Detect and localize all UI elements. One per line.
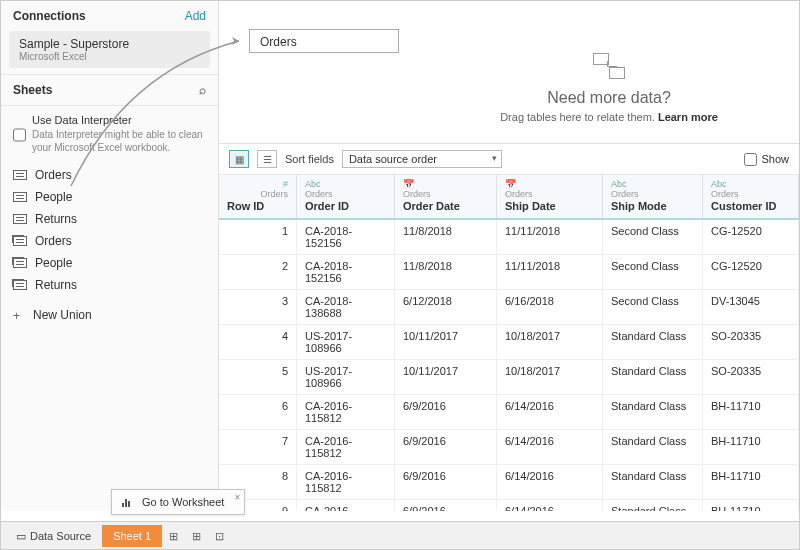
sheet-item-label: Returns bbox=[35, 212, 77, 226]
hint-subtitle: Drag tables here to relate them. Learn m… bbox=[439, 111, 779, 123]
plus-icon bbox=[13, 309, 25, 321]
table-cell: BH-11710 bbox=[703, 395, 799, 429]
close-icon[interactable]: × bbox=[235, 492, 241, 503]
table-cell: 1 bbox=[219, 220, 297, 254]
table-cell: Standard Class bbox=[603, 325, 703, 359]
table-cell: Standard Class bbox=[603, 465, 703, 499]
sort-fields-select[interactable]: Data source order bbox=[342, 150, 502, 168]
table-cell: Second Class bbox=[603, 220, 703, 254]
connection-name: Sample - Superstore bbox=[19, 37, 200, 51]
new-dashboard-button[interactable]: ⊞ bbox=[185, 525, 208, 547]
show-checkbox[interactable] bbox=[744, 153, 757, 166]
new-union-button[interactable]: New Union bbox=[1, 304, 218, 326]
data-interpreter-checkbox[interactable] bbox=[13, 116, 26, 154]
table-row[interactable]: 2CA-2018-15215611/8/201811/11/2018Second… bbox=[219, 255, 799, 290]
canvas-hint: Need more data? Drag tables here to rela… bbox=[439, 51, 779, 123]
table-cell: 5 bbox=[219, 360, 297, 394]
table-cell: 6/14/2016 bbox=[497, 465, 603, 499]
table-icon bbox=[13, 214, 27, 224]
table-row[interactable]: 9CA-2016-1158126/9/20166/14/2016Standard… bbox=[219, 500, 799, 511]
table-cell: CA-2018-138688 bbox=[297, 290, 395, 324]
content-area: Orders Need more data? Drag tables here … bbox=[219, 1, 799, 511]
tooltip-text: Go to Worksheet bbox=[142, 496, 224, 508]
table-cell: 6 bbox=[219, 395, 297, 429]
connection-subtitle: Microsoft Excel bbox=[19, 51, 200, 62]
hint-title: Need more data? bbox=[439, 89, 779, 107]
sheet-item-orders-0[interactable]: Orders bbox=[1, 164, 218, 186]
sheet-item-returns-5[interactable]: Returns bbox=[1, 274, 218, 296]
show-aliases-option[interactable]: Show bbox=[744, 153, 789, 166]
data-interpreter-label: Use Data Interpreter bbox=[32, 114, 206, 126]
table-cell: 7 bbox=[219, 430, 297, 464]
table-cell: CG-12520 bbox=[703, 220, 799, 254]
table-cell: 11/8/2018 bbox=[395, 220, 497, 254]
table-cell: 4 bbox=[219, 325, 297, 359]
sheet-item-label: Orders bbox=[35, 234, 72, 248]
sheet-item-orders-3[interactable]: Orders bbox=[1, 230, 218, 252]
table-cell: CA-2018-152156 bbox=[297, 220, 395, 254]
tab-data-source[interactable]: ▭ Data Source bbox=[5, 525, 102, 547]
new-worksheet-button[interactable]: ⊞ bbox=[162, 525, 185, 547]
column-header-order-date[interactable]: 📅OrdersOrder Date bbox=[395, 175, 497, 218]
sheet-item-people-4[interactable]: People bbox=[1, 252, 218, 274]
table-cell: 6/14/2016 bbox=[497, 430, 603, 464]
sheet-item-label: Returns bbox=[35, 278, 77, 292]
table-cell: BH-11710 bbox=[703, 500, 799, 511]
table-cell: DV-13045 bbox=[703, 290, 799, 324]
table-cell: CA-2016-115812 bbox=[297, 430, 395, 464]
table-row[interactable]: 5US-2017-10896610/11/201710/18/2017Stand… bbox=[219, 360, 799, 395]
table-cell: Second Class bbox=[603, 290, 703, 324]
data-source-icon: ▭ bbox=[16, 525, 26, 547]
tab-sheet1[interactable]: Sheet 1 bbox=[102, 525, 162, 547]
column-header-ship-mode[interactable]: AbcOrdersShip Mode bbox=[603, 175, 703, 218]
table-row[interactable]: 7CA-2016-1158126/9/20166/14/2016Standard… bbox=[219, 430, 799, 465]
table-cell: 6/9/2016 bbox=[395, 430, 497, 464]
sidebar: Connections Add Sample - Superstore Micr… bbox=[1, 1, 219, 511]
table-cell: 6/14/2016 bbox=[497, 395, 603, 429]
sheet-item-returns-2[interactable]: Returns bbox=[1, 208, 218, 230]
table-row[interactable]: 8CA-2016-1158126/9/20166/14/2016Standard… bbox=[219, 465, 799, 500]
table-row[interactable]: 6CA-2016-1158126/9/20166/14/2016Standard… bbox=[219, 395, 799, 430]
column-header-ship-date[interactable]: 📅OrdersShip Date bbox=[497, 175, 603, 218]
relate-diagram-icon bbox=[589, 51, 629, 81]
learn-more-link[interactable]: Learn more bbox=[658, 111, 718, 123]
relationship-canvas[interactable]: Orders Need more data? Drag tables here … bbox=[219, 1, 799, 144]
new-story-button[interactable]: ⊡ bbox=[208, 525, 231, 547]
table-cell: 6/14/2016 bbox=[497, 500, 603, 511]
sheet-item-people-1[interactable]: People bbox=[1, 186, 218, 208]
connection-item[interactable]: Sample - Superstore Microsoft Excel bbox=[9, 31, 210, 68]
table-cell: CA-2016-115812 bbox=[297, 500, 395, 511]
column-header-customer-id[interactable]: AbcOrdersCustomer ID bbox=[703, 175, 799, 218]
table-cell: SO-20335 bbox=[703, 360, 799, 394]
data-interpreter-hint: Data Interpreter might be able to clean … bbox=[32, 128, 206, 154]
table-cell: CG-12520 bbox=[703, 255, 799, 289]
table-cell: 10/11/2017 bbox=[395, 360, 497, 394]
table-cell: 10/11/2017 bbox=[395, 325, 497, 359]
table-row[interactable]: 1CA-2018-15215611/8/201811/11/2018Second… bbox=[219, 220, 799, 255]
grid-view-button[interactable]: ▦ bbox=[229, 150, 249, 168]
table-row[interactable]: 4US-2017-10896610/11/201710/18/2017Stand… bbox=[219, 325, 799, 360]
grid-toolbar: ▦ ☰ Sort fields Data source order Show bbox=[219, 144, 799, 175]
bottom-tabs: ▭ Data Source Sheet 1 ⊞ ⊞ ⊡ bbox=[1, 521, 799, 549]
column-header-order-id[interactable]: AbcOrdersOrder ID bbox=[297, 175, 395, 218]
bar-chart-icon bbox=[122, 497, 134, 507]
table-cell: 6/9/2016 bbox=[395, 465, 497, 499]
table-cell: 6/9/2016 bbox=[395, 395, 497, 429]
column-header-row-id[interactable]: #OrdersRow ID bbox=[219, 175, 297, 218]
add-connection-link[interactable]: Add bbox=[185, 9, 206, 23]
new-union-label: New Union bbox=[33, 308, 92, 322]
table-icon bbox=[13, 170, 27, 180]
sheet-item-label: People bbox=[35, 190, 72, 204]
table-row[interactable]: 3CA-2018-1386886/12/20186/16/2018Second … bbox=[219, 290, 799, 325]
canvas-table-orders[interactable]: Orders bbox=[249, 29, 399, 53]
sheets-title: Sheets bbox=[13, 83, 52, 97]
named-range-icon bbox=[13, 258, 27, 268]
grid-body: 1CA-2018-15215611/8/201811/11/2018Second… bbox=[219, 220, 799, 511]
sheet-list: OrdersPeopleReturnsOrdersPeopleReturns bbox=[1, 162, 218, 298]
search-icon[interactable]: ⌕ bbox=[199, 83, 206, 97]
grid-header-row: #OrdersRow IDAbcOrdersOrder ID📅OrdersOrd… bbox=[219, 175, 799, 220]
connections-header: Connections Add bbox=[1, 1, 218, 31]
table-cell: 11/8/2018 bbox=[395, 255, 497, 289]
connections-title: Connections bbox=[13, 9, 86, 23]
list-view-button[interactable]: ☰ bbox=[257, 150, 277, 168]
